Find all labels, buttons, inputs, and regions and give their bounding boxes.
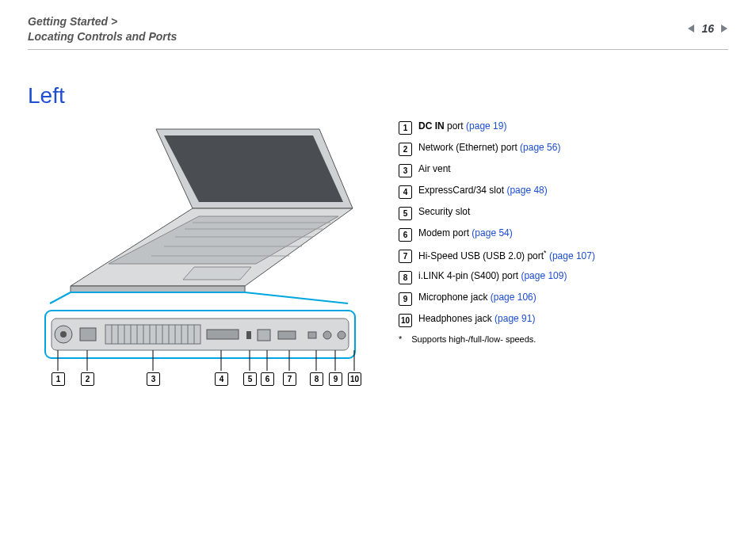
svg-rect-38: [308, 332, 316, 338]
legend-row: 1DC IN port (page 19): [399, 120, 724, 135]
legend-number: 3: [399, 164, 412, 177]
page-reference-link[interactable]: (page 106): [491, 292, 536, 303]
legend-row: 7Hi-Speed USB (USB 2.0) port* (page 107): [399, 249, 724, 263]
page-reference-link[interactable]: (page 48): [506, 185, 547, 196]
callout-number: 1: [52, 372, 65, 386]
breadcrumb-line2: Locating Controls and Ports: [28, 29, 177, 44]
legend-number: 10: [399, 314, 412, 327]
legend-row: 10Headphones jack (page 91): [399, 313, 724, 327]
legend-number: 2: [399, 143, 412, 156]
next-page-arrow-icon[interactable]: [719, 24, 728, 33]
legend-number: 6: [399, 228, 412, 242]
page-reference-link[interactable]: (page 19): [466, 120, 506, 132]
legend-row: 5Security slot: [399, 206, 724, 220]
legend-text: ExpressCard/34 slot (page 48): [418, 185, 548, 196]
section-title: Left: [28, 83, 65, 109]
page-reference-link[interactable]: (page 54): [472, 227, 512, 238]
callout-number: 4: [215, 372, 228, 386]
callout-number: 5: [243, 372, 257, 386]
legend-row: 8i.LINK 4-pin (S400) port (page 109): [399, 270, 724, 284]
legend-text: i.LINK 4-pin (S400) port (page 109): [418, 270, 567, 281]
svg-marker-11: [183, 267, 251, 280]
svg-marker-1: [721, 25, 727, 32]
callout-number: 2: [81, 372, 94, 386]
legend-text: Hi-Speed USB (USB 2.0) port* (page 107): [418, 249, 595, 261]
legend-text: Headphones jack (page 91): [418, 313, 535, 324]
breadcrumb: Getting Started > Locating Controls and …: [28, 14, 177, 44]
callout-number: 6: [261, 372, 274, 386]
legend-text: Air vent: [418, 163, 451, 174]
legend-row: 4ExpressCard/34 slot (page 48): [399, 185, 724, 199]
legend-number: 5: [399, 207, 412, 220]
page-reference-link[interactable]: (page 91): [494, 313, 535, 324]
page-reference-link[interactable]: (page 109): [521, 270, 567, 281]
svg-rect-18: [80, 328, 96, 341]
previous-page-arrow-icon[interactable]: [687, 24, 697, 33]
legend-row: 6Modem port (page 54): [399, 227, 724, 242]
legend-number: 1: [399, 121, 412, 135]
port-legend: 1DC IN port (page 19)2Network (Ethernet)…: [399, 120, 724, 344]
legend-number: 4: [399, 185, 412, 199]
legend-text: Microphone jack (page 106): [418, 292, 536, 303]
svg-rect-37: [278, 331, 296, 339]
page-number: 16: [701, 22, 714, 35]
page-reference-link[interactable]: (page 56): [520, 142, 560, 153]
legend-text: Modem port (page 54): [418, 227, 513, 238]
legend-number: 9: [399, 292, 412, 306]
svg-marker-0: [688, 25, 694, 32]
laptop-perspective-illustration: [44, 123, 357, 305]
callout-number: 9: [329, 372, 342, 386]
legend-text: Network (Ethernet) port (page 56): [418, 142, 560, 153]
svg-rect-36: [258, 330, 270, 341]
svg-point-40: [338, 331, 346, 339]
callout-number: 7: [283, 372, 296, 386]
breadcrumb-line1: Getting Started >: [28, 14, 177, 29]
legend-footnote: *Supports high-/full-/low- speeds.: [399, 334, 724, 344]
legend-number: 7: [399, 250, 412, 263]
header-rule: [28, 49, 728, 50]
legend-row: 2Network (Ethernet) port (page 56): [399, 142, 724, 156]
pager: 16: [687, 22, 728, 35]
legend-row: 3Air vent: [399, 163, 724, 177]
svg-rect-35: [246, 331, 251, 339]
legend-text: DC IN port (page 19): [418, 120, 506, 132]
callout-number: 3: [147, 372, 160, 386]
svg-rect-34: [207, 330, 239, 339]
legend-row: 9Microphone jack (page 106): [399, 292, 724, 306]
svg-marker-12: [71, 286, 245, 292]
svg-rect-19: [105, 325, 200, 344]
svg-point-39: [323, 331, 331, 339]
svg-point-17: [60, 331, 67, 338]
callout-number: 10: [348, 372, 361, 386]
page-reference-link[interactable]: (page 107): [549, 250, 595, 261]
legend-text: Security slot: [418, 206, 470, 217]
callout-number: 8: [310, 372, 323, 386]
legend-number: 8: [399, 271, 412, 284]
